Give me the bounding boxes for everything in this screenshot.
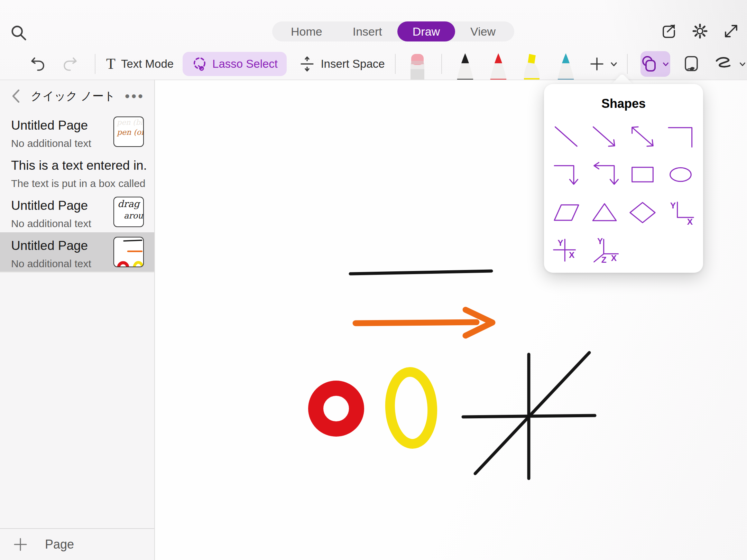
more-options-icon[interactable]: •••	[125, 93, 145, 100]
ink-stroke-yellow-oval[interactable]	[388, 371, 434, 445]
ink-stroke-axes[interactable]	[463, 353, 595, 478]
shapes-grid: Y X Y X Y X Z	[544, 119, 703, 269]
toolbar-divider	[95, 54, 95, 74]
page-title: This is a text entered in...	[11, 158, 146, 173]
page-thumbnail: pen (bl pen (ora	[113, 116, 144, 147]
shape-line[interactable]	[548, 119, 584, 155]
svg-text:Y: Y	[670, 201, 676, 210]
shape-triangle[interactable]	[587, 195, 622, 231]
text-mode-button[interactable]: T Text Mode	[106, 56, 174, 72]
teal-pen-tool[interactable]	[554, 52, 577, 84]
expand-icon[interactable]	[723, 23, 739, 39]
svg-text:Y: Y	[557, 238, 563, 248]
plus-icon	[12, 536, 28, 552]
ink-note-icon[interactable]	[683, 55, 701, 73]
yellow-highlighter-tool[interactable]	[520, 52, 544, 84]
shape-double-arrow[interactable]	[625, 119, 661, 155]
page-list-item-selected[interactable]: Untitled Page No additional text	[0, 232, 154, 272]
page-thumbnail	[113, 237, 144, 267]
svg-text:Z: Z	[601, 255, 607, 264]
chevron-down-icon	[609, 59, 619, 69]
notebook-header: クイック ノート •••	[0, 80, 154, 112]
shape-elbow-arrow-down[interactable]	[548, 157, 584, 193]
plus-icon	[589, 56, 605, 72]
app-header: Home Insert Draw View	[0, 0, 747, 80]
shape-parallelogram[interactable]	[548, 195, 584, 231]
shape-axes-xy-cross[interactable]: Y X	[548, 233, 584, 269]
redo-icon	[62, 56, 78, 72]
shapes-popup: Shapes	[544, 84, 703, 273]
shape-ellipse[interactable]	[663, 157, 699, 193]
ink-stroke-black-line[interactable]	[350, 271, 491, 274]
shapes-button[interactable]	[640, 51, 670, 77]
shape-elbow-arrow-left-down[interactable]	[587, 157, 622, 193]
page-list-item[interactable]: Untitled Page No additional text pen (bl…	[0, 112, 154, 152]
shape-diamond[interactable]	[625, 195, 661, 231]
ribbon-tab-group: Home Insert Draw View	[272, 21, 514, 41]
toolbar-divider	[627, 54, 628, 74]
svg-text:X: X	[611, 253, 617, 263]
page-subtitle: The text is put in a box called...	[11, 178, 146, 189]
shape-axes-xy[interactable]: Y X	[663, 195, 699, 231]
draw-toolbar: T Text Mode Lasso Select Insert Space	[0, 48, 747, 80]
add-page-button[interactable]: Page	[0, 528, 154, 560]
shapes-icon	[640, 55, 658, 73]
ink-effects-button[interactable]	[714, 56, 747, 72]
text-mode-label: Text Mode	[121, 57, 174, 71]
lasso-label: Lasso Select	[212, 57, 278, 71]
search-icon[interactable]	[10, 24, 28, 42]
shape-rectangle[interactable]	[625, 157, 661, 193]
toolbar-divider	[441, 54, 442, 74]
section-title[interactable]: クイック ノート	[21, 88, 125, 104]
title-bar: Home Insert Draw View	[0, 0, 747, 48]
tab-insert[interactable]: Insert	[338, 21, 397, 41]
tab-home[interactable]: Home	[276, 21, 338, 41]
shape-arrow[interactable]	[587, 119, 622, 155]
ink-stroke-red-circle[interactable]	[316, 388, 357, 429]
page-thumbnail: drag arou	[113, 197, 144, 227]
insert-space-icon	[299, 56, 315, 72]
toolbar-divider	[395, 54, 396, 74]
svg-text:X: X	[687, 217, 693, 226]
add-pen-button[interactable]	[589, 56, 619, 72]
insert-space-label: Insert Space	[321, 57, 385, 71]
shape-elbow-connector[interactable]	[663, 119, 699, 155]
undo-icon[interactable]	[30, 56, 46, 72]
ink-stroke-orange-arrow[interactable]	[356, 310, 492, 336]
eraser-tool[interactable]	[406, 53, 428, 84]
page-list-sidebar: クイック ノート ••• Untitled Page No additional…	[0, 80, 155, 560]
add-page-label: Page	[45, 537, 74, 552]
svg-text:Y: Y	[597, 237, 603, 246]
text-mode-icon: T	[106, 56, 116, 72]
svg-text:X: X	[569, 250, 575, 260]
page-list-item[interactable]: This is a text entered in... The text is…	[0, 152, 154, 192]
gear-icon[interactable]	[692, 23, 708, 39]
chevron-down-icon	[738, 59, 747, 68]
shapes-popup-title: Shapes	[544, 84, 703, 111]
red-pen-tool[interactable]	[487, 52, 510, 84]
black-pen-tool[interactable]	[454, 52, 477, 84]
insert-space-button[interactable]: Insert Space	[299, 56, 385, 72]
scribble-icon	[714, 56, 734, 72]
shape-axes-xyz[interactable]: Y X Z	[587, 233, 622, 269]
share-icon[interactable]	[661, 23, 677, 39]
chevron-down-icon	[661, 59, 670, 68]
tab-view[interactable]: View	[455, 21, 511, 41]
tab-draw[interactable]: Draw	[397, 21, 455, 41]
page-list-item[interactable]: Untitled Page No additional text drag ar…	[0, 192, 154, 232]
back-chevron-icon[interactable]	[10, 88, 21, 104]
lasso-select-button[interactable]: Lasso Select	[183, 52, 287, 76]
lasso-icon	[192, 56, 208, 72]
